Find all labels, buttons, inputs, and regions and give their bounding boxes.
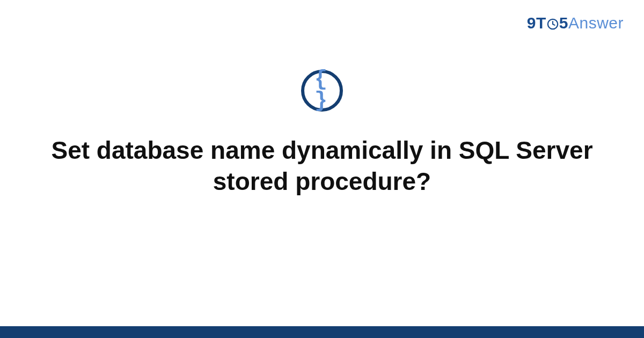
braces-glyph: { } — [304, 69, 340, 112]
logo-text-t: T — [536, 14, 546, 32]
clock-icon — [547, 16, 559, 27]
question-title: Set database name dynamically in SQL Ser… — [0, 135, 644, 197]
code-braces-icon: { } — [301, 70, 343, 112]
svg-line-2 — [553, 24, 555, 25]
logo-text-5: 5 — [559, 14, 568, 32]
footer-bar — [0, 326, 644, 338]
logo-text-answer: Answer — [568, 14, 624, 32]
main-content: { } Set database name dynamically in SQL… — [0, 70, 644, 197]
site-logo[interactable]: 9T5Answer — [527, 14, 624, 32]
logo-text-9: 9 — [527, 14, 536, 32]
